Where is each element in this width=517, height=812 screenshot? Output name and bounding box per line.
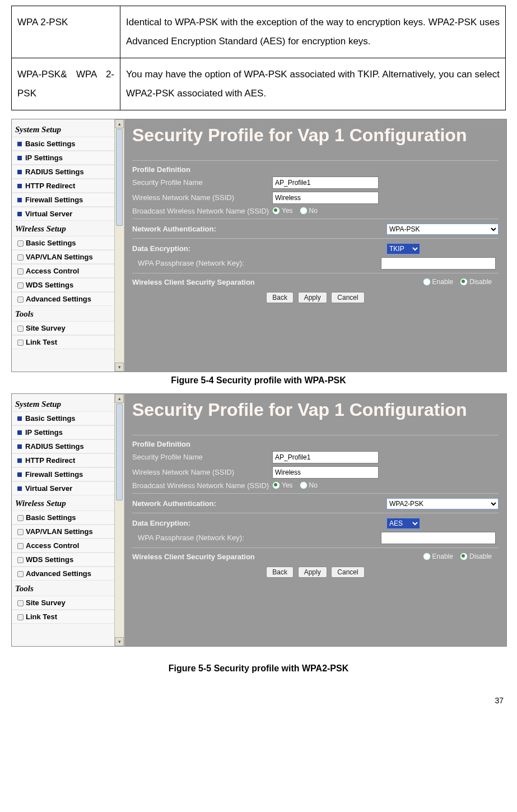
sidebar-item-basic-settings[interactable]: Basic Settings: [12, 137, 124, 151]
back-button[interactable]: Back: [266, 292, 294, 303]
data-enc-select[interactable]: TKIP: [386, 243, 420, 254]
passphrase-input[interactable]: [381, 257, 496, 270]
disable-radio[interactable]: [460, 553, 468, 560]
doc-icon: [17, 268, 22, 273]
sidebar-item-label: HTTP Redirect: [25, 182, 75, 190]
broadcast-yes-radio[interactable]: [272, 481, 280, 489]
doc-icon: [17, 543, 22, 548]
sidebar-item-wds-settings[interactable]: WDS Settings: [12, 553, 124, 567]
scroll-thumb[interactable]: [116, 403, 123, 500]
apply-button[interactable]: Apply: [298, 292, 327, 303]
sidebar-item-link-test[interactable]: Link Test: [12, 335, 124, 349]
sidebar-item-radius-settings[interactable]: RADIUS Settings: [12, 165, 124, 179]
sidebar-item-link-test[interactable]: Link Test: [12, 610, 124, 624]
enable-radio[interactable]: [423, 553, 431, 560]
sidebar-item-firewall-settings[interactable]: Firewall Settings: [12, 193, 124, 207]
doc-icon: [17, 326, 22, 331]
scroll-down-icon[interactable]: ▾: [115, 637, 124, 646]
net-auth-select[interactable]: WPA2-PSK: [386, 498, 499, 509]
sidebar-item-ip-settings[interactable]: IP Settings: [12, 151, 124, 165]
scroll-down-icon[interactable]: ▾: [115, 363, 124, 372]
cancel-button[interactable]: Cancel: [331, 292, 364, 303]
broadcast-no-radio[interactable]: [300, 481, 308, 489]
broadcast-no-radio[interactable]: [300, 207, 308, 215]
sidebar-item-firewall-settings[interactable]: Firewall Settings: [12, 467, 124, 481]
broadcast-label: Broadcast Wireless Network Name (SSID): [132, 207, 272, 215]
sidebar-item-w-basic[interactable]: Basic Settings: [12, 236, 124, 250]
doc-icon: [17, 254, 22, 259]
sidebar-item-w-basic[interactable]: Basic Settings: [12, 511, 124, 525]
scroll-thumb[interactable]: [116, 129, 123, 226]
profile-name-input[interactable]: [272, 177, 379, 189]
doc-icon: [17, 614, 22, 619]
net-auth-select[interactable]: WPA-PSK: [386, 224, 499, 235]
section-system-setup: System Setup: [12, 396, 124, 411]
data-enc-select[interactable]: AES: [386, 518, 420, 529]
apply-button[interactable]: Apply: [298, 567, 327, 578]
square-icon: [17, 472, 22, 477]
yes-label: Yes: [282, 481, 293, 489]
sidebar-item-vap-vlan[interactable]: VAP/VLAN Settings: [12, 525, 124, 539]
cancel-button[interactable]: Cancel: [331, 567, 364, 578]
sidebar-item-label: RADIUS Settings: [25, 442, 84, 451]
data-enc-label: Data Encryption:: [132, 244, 386, 253]
scroll-up-icon[interactable]: ▴: [115, 394, 124, 403]
sidebar-item-site-survey[interactable]: Site Survey: [12, 596, 124, 610]
profile-name-label: Security Profile Name: [132, 178, 272, 187]
profile-definition-heading: Profile Definition: [132, 165, 499, 174]
doc-icon: [17, 340, 22, 345]
doc-icon: [17, 296, 22, 301]
sidebar-item-site-survey[interactable]: Site Survey: [12, 321, 124, 335]
square-icon: [17, 142, 22, 146]
sidebar-item-virtual-server[interactable]: Virtual Server: [12, 207, 124, 221]
sidebar-item-ip-settings[interactable]: IP Settings: [12, 425, 124, 439]
sidebar-item-label: Firewall Settings: [25, 196, 83, 204]
nav-sidebar: ▴ ▾ System Setup Basic Settings IP Setti…: [12, 119, 124, 372]
enable-label: Enable: [432, 278, 453, 286]
disable-label: Disable: [469, 278, 492, 286]
sidebar-item-label: Site Survey: [26, 598, 66, 607]
page-title: Security Profile for Vap 1 Configuration: [124, 119, 506, 154]
sidebar-item-virtual-server[interactable]: Virtual Server: [12, 481, 124, 495]
sidebar-item-advanced-settings[interactable]: Advanced Settings: [12, 567, 124, 581]
doc-icon: [17, 557, 22, 562]
sidebar-item-label: Firewall Settings: [25, 470, 83, 479]
doc-icon: [17, 240, 22, 245]
ssid-input[interactable]: [272, 466, 379, 479]
sidebar-item-basic-settings[interactable]: Basic Settings: [12, 411, 124, 425]
sidebar-item-advanced-settings[interactable]: Advanced Settings: [12, 292, 124, 306]
ssid-label: Wireless Network Name (SSID): [132, 468, 272, 476]
square-icon: [17, 212, 22, 216]
sidebar-item-access-control[interactable]: Access Control: [12, 539, 124, 553]
profile-name-input[interactable]: [272, 451, 379, 463]
sidebar-item-vap-vlan[interactable]: VAP/VLAN Settings: [12, 250, 124, 264]
passphrase-input[interactable]: [381, 532, 496, 544]
sidebar-scrollbar[interactable]: ▴ ▾: [114, 119, 124, 372]
sidebar-item-wds-settings[interactable]: WDS Settings: [12, 278, 124, 292]
nav-sidebar: ▴ ▾ System Setup Basic Settings IP Setti…: [12, 394, 124, 646]
net-auth-label: Network Authentication:: [132, 499, 386, 508]
doc-icon: [17, 529, 22, 534]
sidebar-item-access-control[interactable]: Access Control: [12, 264, 124, 278]
section-system-setup: System Setup: [12, 122, 124, 137]
sidebar-item-http-redirect[interactable]: HTTP Redirect: [12, 179, 124, 193]
page-title: Security Profile for Vap 1 Configuration: [124, 394, 506, 428]
data-enc-label: Data Encryption:: [132, 519, 386, 527]
section-wireless-setup: Wireless Setup: [12, 495, 124, 511]
broadcast-yes-radio[interactable]: [272, 207, 280, 215]
square-icon: [17, 184, 22, 188]
disable-radio[interactable]: [460, 278, 468, 286]
no-label: No: [309, 481, 318, 489]
back-button[interactable]: Back: [266, 567, 294, 578]
sidebar-item-radius-settings[interactable]: RADIUS Settings: [12, 439, 124, 453]
sidebar-item-label: Basic Settings: [25, 414, 76, 423]
sidebar-scrollbar[interactable]: ▴ ▾: [114, 394, 124, 646]
sidebar-item-label: VAP/VLAN Settings: [26, 527, 93, 536]
sidebar-item-http-redirect[interactable]: HTTP Redirect: [12, 453, 124, 467]
square-icon: [17, 430, 22, 435]
ssid-input[interactable]: [272, 192, 379, 204]
enable-radio[interactable]: [423, 278, 431, 286]
scroll-up-icon[interactable]: ▴: [115, 119, 124, 128]
square-icon: [17, 458, 22, 463]
doc-icon: [17, 571, 22, 576]
